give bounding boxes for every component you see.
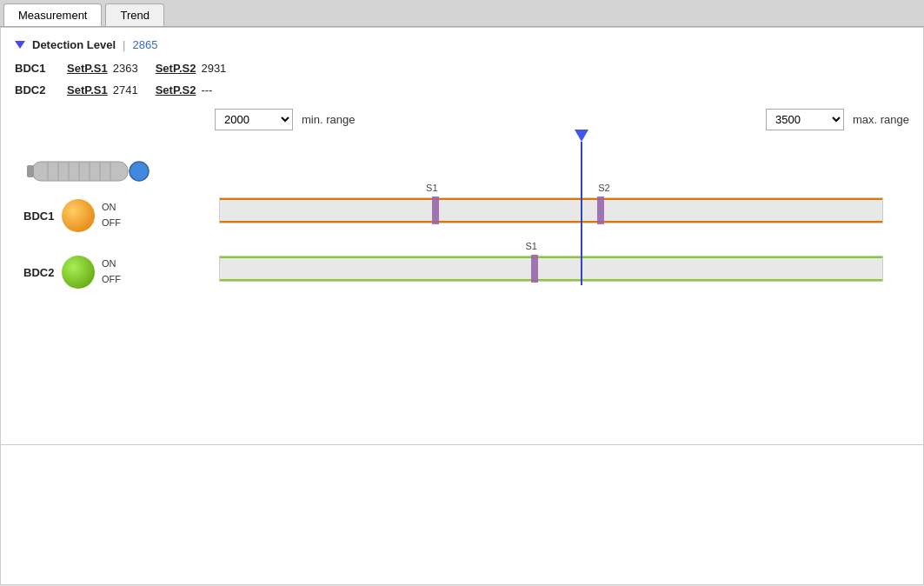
tab-bar: Measurement Trend (0, 0, 924, 27)
bdc1-setp-s1-value: 2363 (113, 62, 138, 75)
detection-level-separator: | (123, 38, 125, 51)
bdc1-s1-marker (432, 196, 439, 224)
bdc2-off-label: OFF (102, 272, 121, 288)
bdc2-on-label: ON (102, 256, 121, 272)
chart-canvas: S1 S2 S1 (219, 143, 883, 316)
bdc1-setp-s2-group: SetP.S2 2931 (156, 62, 227, 75)
tab-trend[interactable]: Trend (105, 3, 163, 26)
bdc1-label: BDC1 (15, 62, 50, 75)
svg-point-8 (130, 162, 149, 181)
bdc2-setp-s1-name: SetP.S1 (67, 83, 108, 97)
bdc2-s1-marker (531, 255, 538, 283)
bdc1-indicator-circle (62, 199, 95, 232)
blue-vline-bdc1 (581, 142, 582, 240)
triangle-down-icon (15, 41, 25, 49)
detection-level-value: 2865 (132, 38, 157, 51)
bdc2-setp-s2-value: --- (201, 83, 212, 97)
svg-rect-9 (27, 165, 34, 177)
min-range-select[interactable]: 2000 1000 1500 2500 (215, 109, 293, 130)
bdc1-setp-s1-name: SetP.S1 (67, 62, 108, 75)
max-range-select[interactable]: 3500 3000 4000 4500 (766, 109, 844, 130)
max-range-label: max. range (853, 113, 909, 126)
bdc1-s1-label: S1 (426, 183, 437, 193)
bdc1-chart-track: S1 S2 (219, 197, 883, 223)
bdc2-setp-s2-name: SetP.S2 (156, 83, 196, 97)
min-range-label: min. range (302, 113, 355, 126)
bdc2-setp-s1-value: 2741 (113, 83, 138, 97)
detection-level-row: Detection Level | 2865 (15, 38, 909, 51)
bdc2-setp-s1-group: SetP.S1 2741 (67, 83, 138, 97)
bdc1-setp-s2-value: 2931 (201, 62, 226, 75)
bdc2-setp-s2-group: SetP.S2 --- (156, 83, 213, 97)
bdc1-setp-s1-group: SetP.S1 2363 (67, 62, 138, 75)
bottom-divider (1, 444, 923, 445)
range-row: 2000 1000 1500 2500 min. range 3500 3000… (215, 109, 909, 130)
bdc1-off-label: OFF (102, 216, 121, 231)
tab-measurement[interactable]: Measurement (3, 3, 102, 26)
bdc2-s1-label: S1 (525, 241, 536, 251)
svg-rect-0 (32, 162, 128, 181)
bdc1-section: BDC1 ON OFF (23, 199, 121, 232)
bdc2-chart-track: S1 (219, 256, 883, 282)
bdc1-s2-marker (597, 196, 604, 224)
main-content: Detection Level | 2865 BDC1 SetP.S1 2363… (0, 27, 924, 585)
bdc1-chart-label: BDC1 (23, 210, 57, 223)
detection-level-label: Detection Level (32, 38, 116, 51)
bdc2-info-row: BDC2 SetP.S1 2741 SetP.S2 --- (15, 83, 909, 97)
blue-triangle-icon (575, 130, 588, 142)
sensor-icon (23, 150, 163, 196)
bdc1-setp-s2-name: SetP.S2 (156, 62, 196, 75)
bdc2-indicator-circle (62, 256, 95, 289)
bdc1-s2-label: S2 (598, 183, 609, 193)
bdc1-info-row: BDC1 SetP.S1 2363 SetP.S2 2931 (15, 62, 909, 75)
bdc2-label: BDC2 (15, 83, 50, 97)
bdc1-on-label: ON (102, 200, 121, 216)
bdc2-chart-label: BDC2 (23, 266, 57, 279)
bdc2-section: BDC2 ON OFF (23, 256, 121, 289)
